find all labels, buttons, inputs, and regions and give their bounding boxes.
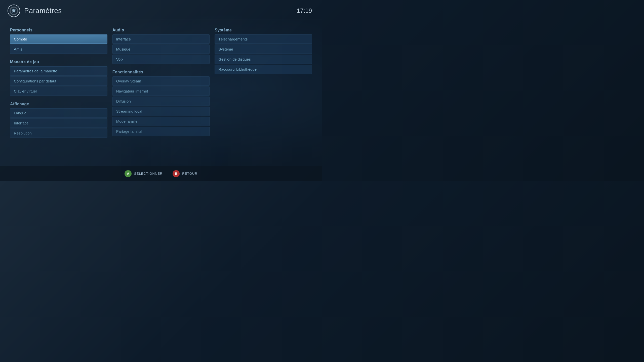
btn-a-action-label: SÉLECTIONNER (134, 172, 163, 175)
section-title-personnels: Personnels (10, 28, 107, 32)
menu-item-configurations-defaut[interactable]: Configurations par défaut (10, 76, 107, 86)
menu-item-overlay-steam[interactable]: Overlay Steam (112, 76, 210, 86)
column-personnels: Personnels Compte Amis Manette de jeu Pa… (10, 28, 112, 156)
section-title-fonctionnalites: Fonctionnalités (112, 70, 210, 74)
footer-btn-a: A SÉLECTIONNER (125, 170, 163, 177)
header-left: Paramètres (8, 5, 62, 17)
steam-logo-icon (8, 5, 20, 17)
menu-item-compte[interactable]: Compte (10, 34, 107, 44)
btn-b-label: B (175, 172, 177, 175)
menu-item-navigateur-internet[interactable]: Navigateur internet (112, 86, 210, 96)
main-content: Personnels Compte Amis Manette de jeu Pa… (0, 20, 322, 164)
menu-item-voix[interactable]: Voix (112, 55, 210, 64)
btn-a-label: A (127, 172, 129, 175)
section-audio: Audio Interface Musique Voix (112, 28, 210, 64)
menu-item-amis[interactable]: Amis (10, 44, 107, 54)
menu-item-streaming-local[interactable]: Streaming local (112, 107, 210, 116)
btn-a-circle: A (125, 170, 132, 177)
section-manette: Manette de jeu Paramètres de la manette … (10, 60, 107, 96)
menu-item-partage-familial[interactable]: Partage familial (112, 127, 210, 136)
menu-item-telechargements[interactable]: Téléchargements (215, 34, 312, 44)
column-systeme: Système Téléchargements Système Gestion … (215, 28, 312, 156)
menu-item-interface-audio[interactable]: Interface (112, 34, 210, 44)
btn-b-circle: B (173, 170, 180, 177)
menu-item-diffusion[interactable]: Diffusion (112, 97, 210, 106)
header: Paramètres 17:19 (0, 0, 322, 20)
menu-item-parametres-manette[interactable]: Paramètres de la manette (10, 66, 107, 76)
menu-item-langue[interactable]: Langue (10, 108, 107, 118)
menu-item-gestion-disques[interactable]: Gestion de disques (215, 55, 312, 64)
column-audio: Audio Interface Musique Voix Fonctionnal… (112, 28, 215, 156)
section-personnels: Personnels Compte Amis (10, 28, 107, 54)
page-title: Paramètres (24, 7, 62, 15)
section-title-systeme: Système (215, 28, 312, 32)
menu-item-systeme[interactable]: Système (215, 44, 312, 54)
menu-item-resolution[interactable]: Résolution (10, 128, 107, 138)
clock-display: 17:19 (297, 7, 312, 14)
section-fonctionnalites: Fonctionnalités Overlay Steam Navigateur… (112, 70, 210, 136)
menu-item-musique[interactable]: Musique (112, 44, 210, 54)
menu-item-interface[interactable]: Interface (10, 118, 107, 128)
menu-item-mode-famille[interactable]: Mode famille (112, 117, 210, 126)
menu-item-clavier-virtuel[interactable]: Clavier virtuel (10, 86, 107, 96)
footer: A SÉLECTIONNER B RETOUR (0, 166, 322, 181)
section-title-audio: Audio (112, 28, 210, 32)
section-affichage: Affichage Langue Interface Résolution (10, 102, 107, 138)
section-systeme: Système Téléchargements Système Gestion … (215, 28, 312, 74)
section-title-affichage: Affichage (10, 102, 107, 106)
footer-btn-b: B RETOUR (173, 170, 197, 177)
btn-b-action-label: RETOUR (182, 172, 197, 175)
section-title-manette: Manette de jeu (10, 60, 107, 64)
menu-item-raccourci-bibliotheque[interactable]: Raccourci bibliothèque (215, 65, 312, 74)
